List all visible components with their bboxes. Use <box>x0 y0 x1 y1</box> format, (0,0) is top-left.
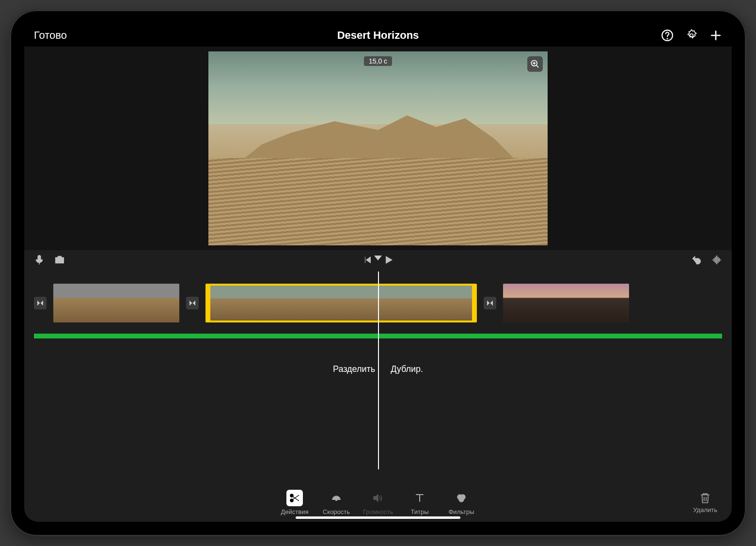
preview-viewer: 15,0 с <box>24 47 732 250</box>
delete-button[interactable]: Удалить <box>693 492 717 514</box>
home-indicator[interactable] <box>296 516 460 519</box>
top-bar: Готово Desert Horizons <box>24 24 732 47</box>
tool-speed[interactable]: Скорость <box>321 490 352 515</box>
preview-frame[interactable]: 15,0 с <box>208 51 548 245</box>
svg-point-1 <box>667 38 667 39</box>
playhead-line[interactable] <box>378 272 379 469</box>
done-button[interactable]: Готово <box>34 29 67 42</box>
tool-label: Скорость <box>323 508 350 515</box>
tool-titles[interactable]: Титры <box>404 490 435 515</box>
tool-label: Громкость <box>363 508 393 515</box>
tool-label: Титры <box>410 508 428 515</box>
speaker-icon <box>370 490 386 506</box>
filter-circles-icon <box>453 490 470 506</box>
text-icon <box>411 490 428 506</box>
svg-point-5 <box>58 258 61 261</box>
tool-volume: Громкость <box>362 490 394 515</box>
split-button[interactable]: Разделить <box>333 364 375 374</box>
duplicate-button[interactable]: Дублир. <box>391 364 423 374</box>
gear-icon[interactable] <box>685 29 698 42</box>
timeline-area[interactable]: Разделить Дублир. <box>24 272 732 483</box>
add-media-icon[interactable] <box>709 29 722 42</box>
help-icon[interactable] <box>661 29 674 42</box>
tool-label: Фильтры <box>448 508 474 515</box>
ipad-device-frame: Готово Desert Horizons 15,0 <box>10 10 746 536</box>
speedometer-icon <box>328 490 345 506</box>
video-clip-3[interactable] <box>503 284 629 322</box>
tool-filters[interactable]: Фильтры <box>446 490 477 515</box>
transition-icon[interactable] <box>34 297 47 309</box>
microphone-icon[interactable] <box>34 255 45 267</box>
zoom-in-button[interactable] <box>527 56 543 72</box>
playback-control-strip <box>24 250 732 272</box>
undo-icon[interactable] <box>691 255 702 267</box>
camera-icon[interactable] <box>54 255 65 267</box>
svg-point-11 <box>459 497 464 502</box>
scissors-icon <box>286 490 303 506</box>
bottom-toolbar: Действия Скорость Громкость Титры <box>24 483 732 522</box>
video-clip-2-selected[interactable] <box>205 284 477 322</box>
tool-actions[interactable]: Действия <box>279 490 310 515</box>
transition-icon[interactable] <box>484 297 496 309</box>
video-clip-1[interactable] <box>53 284 179 322</box>
transition-icon[interactable] <box>186 297 199 309</box>
playhead-marker-icon <box>374 251 382 260</box>
tool-label: Действия <box>281 508 309 515</box>
duration-badge: 15,0 с <box>364 56 392 66</box>
play-icon[interactable] <box>383 255 394 267</box>
svg-point-8 <box>336 499 337 500</box>
skip-to-start-icon[interactable] <box>362 255 373 267</box>
project-title: Desert Horizons <box>337 29 419 42</box>
delete-label: Удалить <box>693 506 717 514</box>
waveform-icon[interactable] <box>711 255 722 267</box>
app-screen: Готово Desert Horizons 15,0 <box>24 24 732 522</box>
